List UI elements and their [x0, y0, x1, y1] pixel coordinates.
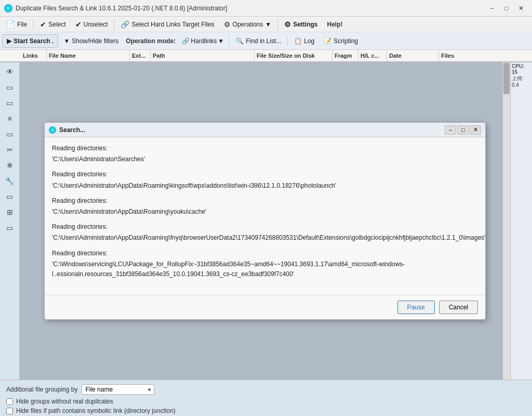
toolbar: ▶ Start Search . ▼ Show/Hide filters Ope… — [0, 32, 532, 50]
bottom-area: Additional file grouping by File name Ex… — [0, 380, 532, 416]
log-line1-4: Reading directories: — [52, 249, 478, 258]
sidebar-icon-1[interactable]: ▭ — [3, 80, 17, 95]
select-icon: ✔ — [40, 20, 46, 29]
titlebar-controls: − □ ✕ — [485, 3, 528, 14]
log-entry-3: Reading directories: 'C:\Users\Administr… — [52, 222, 478, 243]
right-panel: CPU: 15 上传: 0.4 — [510, 62, 532, 380]
menu-unselect[interactable]: ✔ Unselect — [71, 18, 112, 31]
hardlinks-dropdown-icon: 🔗 — [182, 37, 190, 45]
titlebar: Duplicate Files Search & Link 10.6.1 202… — [0, 0, 532, 17]
find-in-list-label: Find in List... — [246, 37, 281, 45]
dialog-close-button[interactable]: ✕ — [470, 125, 481, 135]
toolbar-sep-1 — [229, 36, 230, 46]
sidebar-snowflake-icon[interactable]: ❄ — [3, 158, 17, 173]
menu-select[interactable]: ✔ Select — [36, 18, 70, 31]
menu-settings-label: Settings — [293, 21, 317, 28]
sidebar: 👁 ▭ ▭ ≡ ▭ ✂ ❄ 🔧 ▭ ⊞ ▭ — [0, 62, 20, 380]
menu-help[interactable]: Help! — [323, 18, 347, 31]
log-line2-1: 'C:\Users\Administrator\AppData\Roaming\… — [52, 181, 478, 191]
dialog-maximize-button[interactable]: □ — [457, 125, 469, 135]
find-in-list-button[interactable]: 🔍 Find in List... — [232, 34, 285, 48]
sidebar-eye-icon[interactable]: 👁 — [3, 64, 17, 79]
menu-unselect-label: Unselect — [84, 21, 108, 28]
cpu-label: CPU: 15 — [512, 63, 531, 75]
sidebar-icon-2[interactable]: ▭ — [3, 96, 17, 110]
start-search-button[interactable]: ▶ Start Search . — [2, 34, 58, 48]
search-dialog: Search... − □ ✕ Reading directories: 'C:… — [44, 122, 486, 320]
file-icon: 📄 — [6, 20, 15, 29]
hide-no-duplicates-checkbox[interactable] — [6, 398, 13, 405]
menu-operations-label: Operations — [233, 21, 263, 28]
minimize-button[interactable]: − — [485, 3, 499, 14]
titlebar-title: Duplicate Files Search & Link 10.6.1 202… — [16, 5, 485, 12]
menu-sep-3 — [277, 19, 278, 30]
col-fragm[interactable]: Fragm — [332, 50, 358, 61]
menu-sep-1 — [33, 19, 34, 30]
col-links[interactable]: Links — [21, 50, 47, 61]
hardlinks-dropdown[interactable]: 🔗 Hardlinks ▼ — [179, 34, 227, 48]
log-line1-3: Reading directories: — [52, 222, 478, 232]
menu-hardlinks-target[interactable]: 🔗 Select Hard Links Target Files — [116, 18, 218, 31]
col-filesize[interactable]: File Size/Size on Disk — [255, 50, 332, 61]
log-line2-2: 'C:\Users\Administrator\AppData\Roaming\… — [52, 207, 478, 217]
col-path[interactable]: Path — [151, 50, 255, 61]
close-button[interactable]: ✕ — [514, 3, 528, 14]
sidebar-scissors-icon[interactable]: ✂ — [3, 142, 17, 157]
dialog-content: Reading directories: 'C:\Users\Administr… — [45, 137, 485, 295]
menu-settings[interactable]: ⚙ Settings — [280, 18, 322, 31]
upload-label: 上传: 0.4 — [512, 75, 531, 88]
show-hide-filters-button[interactable]: ▼ Show/Hide filters — [59, 34, 123, 48]
checkbox-row-1: Hide groups without real duplicates — [6, 398, 526, 405]
sidebar-icon-4[interactable]: ▭ — [3, 127, 17, 141]
log-label: Log — [304, 37, 314, 45]
log-button[interactable]: 📋 Log — [290, 34, 318, 48]
settings-icon: ⚙ — [284, 20, 291, 29]
menu-select-label: Select — [48, 21, 65, 28]
col-hlc[interactable]: H/L c... — [358, 50, 387, 61]
col-filename[interactable]: File Name — [47, 50, 130, 61]
dialog-controls: − □ ✕ — [445, 125, 481, 135]
dialog-titlebar: Search... − □ ✕ — [45, 123, 485, 137]
start-search-icon: ▶ — [7, 37, 11, 45]
menubar: 📄 File ✔ Select ✔ Unselect 🔗 Select Hard… — [0, 17, 532, 32]
pause-button[interactable]: Pause — [397, 301, 435, 314]
scripting-label: Scripting — [334, 37, 358, 45]
log-line2-0: 'C:\Users\Administrator\Searches' — [52, 154, 478, 164]
col-date[interactable]: Date — [387, 50, 439, 61]
main-area: 👁 ▭ ▭ ≡ ▭ ✂ ❄ 🔧 ▭ ⊞ ▭ Search... − □ ✕ — [0, 62, 532, 380]
sidebar-grid-icon[interactable]: ⊞ — [3, 205, 17, 219]
groupby-select[interactable]: File name Extension Size Date — [82, 384, 154, 395]
cancel-button[interactable]: Cancel — [439, 301, 478, 314]
scripting-icon: 📝 — [324, 37, 331, 45]
menu-hardlinks-label: Select Hard Links Target Files — [131, 21, 214, 28]
menu-help-label: Help! — [327, 21, 343, 28]
scripting-button[interactable]: 📝 Scripting — [320, 34, 362, 48]
hide-symlink-checkbox[interactable] — [6, 408, 13, 414]
dialog-footer: Pause Cancel — [45, 295, 485, 319]
operation-mode-label: Operation mode: — [124, 37, 178, 45]
start-search-label: Start Search . — [14, 37, 54, 45]
dialog-title: Search... — [59, 126, 445, 134]
dialog-minimize-button[interactable]: − — [445, 125, 456, 135]
log-entry-1: Reading directories: 'C:\Users\Administr… — [52, 170, 478, 190]
log-entry-4: Reading directories: 'C:\Windows\servici… — [52, 249, 478, 280]
hardlinks-dropdown-label: Hardlinks — [191, 37, 217, 45]
operations-icon: ⚙ — [224, 20, 231, 29]
modal-overlay: Search... − □ ✕ Reading directories: 'C:… — [20, 62, 510, 380]
menu-operations[interactable]: ⚙ Operations ▼ — [220, 18, 276, 31]
sidebar-icon-5[interactable]: ▭ — [3, 189, 17, 204]
sidebar-icon-6[interactable]: ▭ — [3, 220, 17, 235]
log-entry-0: Reading directories: 'C:\Users\Administr… — [52, 144, 478, 164]
col-files[interactable]: Files — [439, 50, 465, 61]
filter-icon: ▼ — [63, 37, 70, 45]
col-ext[interactable]: Ext... — [130, 50, 151, 61]
sidebar-wrench-icon[interactable]: 🔧 — [3, 174, 17, 188]
menu-file[interactable]: 📄 File — [2, 18, 31, 31]
sidebar-icon-3[interactable]: ≡ — [3, 111, 17, 126]
column-headers: Links File Name Ext... Path File Size/Si… — [0, 50, 532, 62]
log-line1-2: Reading directories: — [52, 196, 478, 206]
maximize-button[interactable]: □ — [500, 3, 513, 14]
dialog-icon — [49, 126, 56, 134]
content-area: Search... − □ ✕ Reading directories: 'C:… — [20, 62, 510, 380]
hardlinks-arrow-icon: ▼ — [218, 37, 224, 45]
